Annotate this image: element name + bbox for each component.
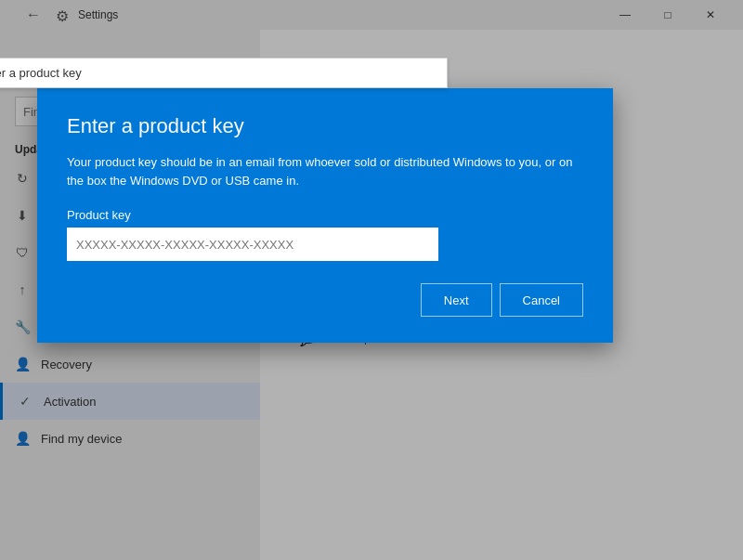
product-key-dialog: Enter a product key Your product key sho… (37, 88, 613, 343)
product-key-input[interactable] (67, 228, 438, 261)
tooltip-text: Enter a product key (0, 66, 82, 80)
dialog-field-label: Product key (67, 208, 583, 222)
tooltip-bar: Enter a product key (0, 58, 448, 88)
dialog-description: Your product key should be in an email f… (67, 153, 583, 189)
cancel-button[interactable]: Cancel (500, 283, 583, 317)
dialog-buttons: Next Cancel (67, 283, 583, 317)
dialog-title: Enter a product key (67, 114, 583, 138)
modal-wrapper: Enter a product key Enter a product key … (0, 30, 743, 560)
next-button[interactable]: Next (421, 283, 492, 317)
